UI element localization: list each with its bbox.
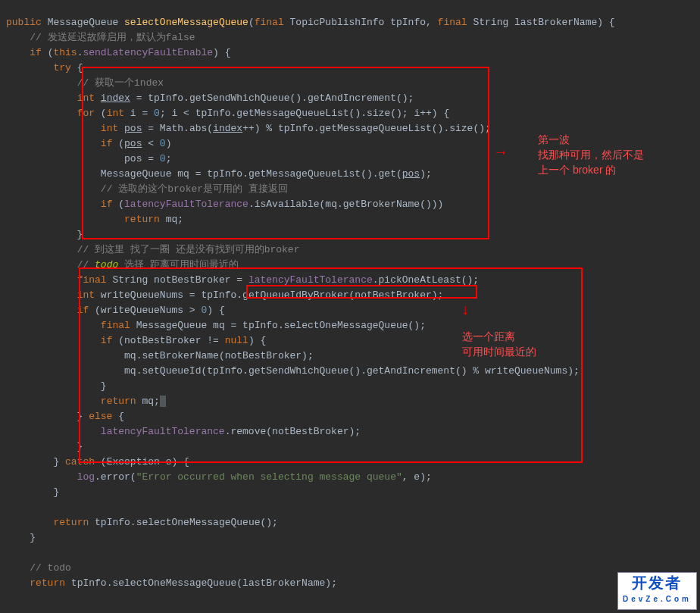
keyword: public (6, 17, 42, 28)
comment: // 发送延迟故障启用，默认为false (30, 32, 195, 43)
type: MessageQueue (48, 17, 119, 28)
code-editor[interactable]: public MessageQueue selectOneMessageQueu… (0, 0, 700, 591)
method-name: selectOneMessageQueue (124, 17, 248, 28)
watermark: 开发者 DevZe.Com (617, 572, 697, 610)
